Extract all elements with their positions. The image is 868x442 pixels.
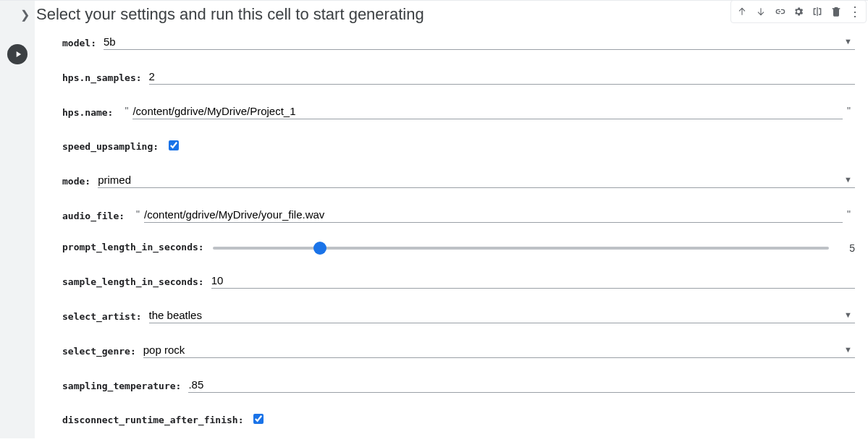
- collapse-toggle[interactable]: ❯: [16, 8, 33, 22]
- cell-main: ❯ Select your settings and run this cell…: [35, 1, 868, 438]
- quote-close: ": [843, 105, 855, 119]
- label-speed-upsampling: speed_upsampling:: [62, 141, 166, 153]
- field-audio-file: audio_file: " ": [62, 207, 855, 223]
- quote-close: ": [843, 208, 855, 223]
- speed-upsampling-checkbox[interactable]: [169, 140, 179, 150]
- form: model: ▼ hps.n_samples: hps.name: " ": [35, 34, 868, 438]
- field-speed-upsampling: speed_upsampling:: [62, 138, 855, 153]
- quote-open: ": [132, 208, 144, 223]
- name-input[interactable]: [132, 103, 843, 119]
- prompt-length-value: 5: [840, 242, 855, 254]
- field-sampling-temperature: sampling_temperature:: [62, 377, 855, 393]
- field-prompt-length: prompt_length_in_seconds: 5: [62, 242, 855, 254]
- run-button[interactable]: [7, 44, 28, 64]
- title-row: ❯ Select your settings and run this cell…: [35, 1, 868, 34]
- label-select-genre: select_genre:: [62, 346, 143, 358]
- label-prompt-length: prompt_length_in_seconds:: [62, 242, 211, 254]
- select-genre-select[interactable]: [143, 342, 855, 358]
- sampling-temperature-input[interactable]: [188, 377, 855, 393]
- label-select-artist: select_artist:: [62, 311, 149, 323]
- label-sampling-temperature: sampling_temperature:: [62, 381, 188, 393]
- cell-title: Select your settings and run this cell t…: [36, 5, 424, 24]
- play-icon: [13, 49, 23, 59]
- cell: ⋮ ❯ Select your settings and run this ce…: [0, 0, 868, 438]
- n-samples-input[interactable]: [149, 69, 855, 85]
- field-name: hps.name: " ": [62, 103, 855, 119]
- field-model: model: ▼: [62, 34, 855, 50]
- label-mode: mode:: [62, 176, 98, 188]
- sample-length-input[interactable]: [211, 273, 855, 289]
- field-mode: mode: ▼: [62, 172, 855, 188]
- field-sample-length: sample_length_in_seconds:: [62, 273, 855, 289]
- label-model: model:: [62, 38, 104, 50]
- field-select-artist: select_artist: ▼: [62, 307, 855, 323]
- model-select[interactable]: [104, 34, 855, 50]
- cell-gutter: [0, 1, 35, 438]
- quote-open: ": [120, 105, 132, 119]
- field-disconnect: disconnect_runtime_after_finish:: [62, 412, 855, 427]
- label-n-samples: hps.n_samples:: [62, 72, 149, 85]
- field-select-genre: select_genre: ▼: [62, 342, 855, 358]
- label-disconnect: disconnect_runtime_after_finish:: [62, 415, 250, 427]
- label-sample-length: sample_length_in_seconds:: [62, 276, 211, 289]
- field-n-samples: hps.n_samples:: [62, 69, 855, 85]
- select-artist-select[interactable]: [149, 307, 855, 323]
- prompt-length-slider[interactable]: [213, 247, 829, 250]
- label-name: hps.name:: [62, 107, 120, 119]
- mode-select[interactable]: [98, 172, 855, 188]
- audio-file-input[interactable]: [144, 207, 843, 223]
- label-audio-file: audio_file:: [62, 211, 132, 223]
- disconnect-checkbox[interactable]: [253, 414, 264, 424]
